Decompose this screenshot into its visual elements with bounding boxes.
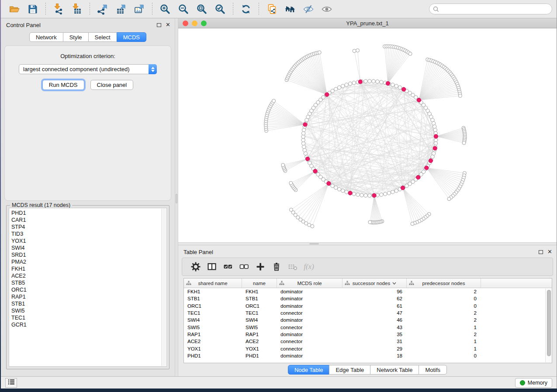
scrollbar-thumb[interactable] — [547, 290, 551, 356]
vertical-splitter[interactable] — [175, 18, 178, 376]
list-item[interactable]: YOX1 — [11, 237, 166, 244]
list-item[interactable]: TID3 — [11, 230, 166, 237]
table-row[interactable]: SWI4SWI4dominator462 — [184, 316, 552, 323]
tab-motifs[interactable]: Motifs — [419, 365, 447, 375]
task-history-button[interactable] — [5, 378, 17, 388]
table-cell: PHD1 — [242, 353, 277, 358]
table-row[interactable]: YOX1YOX1connector291 — [184, 345, 552, 352]
run-mcds-button[interactable]: Run MCDS — [42, 80, 84, 90]
network-window: YPA_prune.txt_1 — [178, 18, 557, 245]
gear-button[interactable] — [189, 260, 202, 273]
zoom-selected-button[interactable] — [212, 2, 228, 17]
float-panel-icon[interactable] — [157, 23, 161, 27]
tab-style[interactable]: Style — [63, 32, 89, 42]
close-panel-icon[interactable]: ✕ — [166, 23, 170, 27]
table-cell: YOX1 — [242, 346, 277, 351]
network-graph[interactable] — [178, 28, 556, 242]
zoom-in-button[interactable] — [157, 2, 173, 17]
list-item[interactable]: SRD1 — [11, 251, 166, 258]
zoom-fit-button[interactable] — [194, 2, 210, 17]
table-row[interactable]: PHD1PHD1dominator180 — [184, 352, 552, 359]
list-item[interactable]: RAP1 — [11, 293, 166, 300]
network-column-icon — [186, 281, 191, 286]
float-panel-icon[interactable] — [539, 250, 543, 254]
column-header-shared-name[interactable]: shared name — [184, 279, 242, 288]
save-button[interactable] — [25, 2, 41, 17]
table-row[interactable]: ORC1ORC1dominator610 — [184, 303, 552, 309]
network-canvas[interactable] — [178, 28, 557, 242]
table-cell: SWI4 — [242, 317, 277, 323]
list-item[interactable]: SWI4 — [11, 244, 166, 251]
select-all-button[interactable] — [221, 260, 235, 273]
delete-button[interactable] — [270, 260, 283, 273]
zoom-out-button[interactable] — [176, 2, 191, 17]
table-cell: 1 — [407, 339, 481, 344]
mcds-list-scrollbar[interactable] — [161, 209, 166, 366]
column-header-MCDS-role[interactable]: MCDS role — [277, 279, 343, 288]
export-network-button[interactable] — [95, 2, 111, 17]
tab-edge-table[interactable]: Edge Table — [329, 365, 370, 375]
table-row[interactable]: ACE2ACE2connector311 — [184, 338, 552, 345]
horizontal-splitter[interactable] — [178, 242, 557, 245]
table-cell: dominator — [277, 353, 343, 358]
list-item[interactable]: STB5 — [11, 279, 166, 286]
close-panel-button[interactable]: Close panel — [90, 80, 134, 90]
tab-select[interactable]: Select — [88, 32, 117, 42]
column-header-predecessor-nodes[interactable]: predecessor nodes — [407, 279, 481, 288]
tab-node-table[interactable]: Node Table — [288, 365, 330, 375]
table-panel-header: Table Panel ✕ — [178, 245, 557, 257]
export-table-icon — [115, 3, 127, 15]
show-all-button[interactable] — [319, 2, 335, 17]
export-image-button[interactable] — [131, 2, 147, 17]
list-item[interactable]: PMA2 — [11, 258, 166, 265]
copy-network-button[interactable] — [264, 2, 280, 17]
list-item[interactable]: ACE2 — [11, 272, 166, 279]
table-row[interactable]: TEC1TEC1connector472 — [184, 309, 552, 316]
network-column-icon — [345, 281, 350, 286]
criterion-dropdown[interactable]: largest connected component (undirected) — [19, 64, 157, 74]
columns-button[interactable] — [205, 260, 218, 273]
mcds-result-items: PHD1CAR1STP4TID3YOX1SWI4SRD1PMA2FKH1ACE2… — [9, 208, 166, 328]
memory-button[interactable]: Memory — [515, 378, 552, 388]
tab-mcds[interactable]: MCDS — [117, 32, 146, 42]
close-panel-icon[interactable]: ✕ — [547, 250, 552, 254]
table-cell: FKH1 — [184, 289, 242, 294]
table-cell: connector — [277, 310, 343, 316]
first-neighbors-button[interactable] — [282, 2, 298, 17]
list-item[interactable]: CAR1 — [11, 217, 166, 224]
import-table-button[interactable] — [69, 2, 85, 17]
tab-network[interactable]: Network — [29, 32, 63, 42]
mcds-result-list[interactable]: PHD1CAR1STP4TID3YOX1SWI4SRD1PMA2FKH1ACE2… — [9, 208, 167, 367]
list-item[interactable]: STB1 — [11, 300, 166, 307]
search-input[interactable] — [439, 6, 548, 12]
list-item[interactable]: PHD1 — [11, 210, 166, 217]
splitter-grip-icon[interactable] — [309, 243, 319, 244]
splitter-grip-icon[interactable] — [176, 194, 177, 203]
table-row[interactable]: SWI5SWI5connector431 — [184, 323, 552, 330]
column-header-successor-nodes[interactable]: successor nodes — [343, 279, 407, 288]
import-network-button[interactable] — [51, 2, 66, 17]
refresh-button[interactable] — [238, 2, 254, 17]
list-item[interactable]: GCR1 — [11, 321, 166, 328]
list-item[interactable]: STP4 — [11, 224, 166, 230]
table-row[interactable]: FKH1FKH1dominator962 — [184, 288, 552, 295]
list-item[interactable]: TEC1 — [11, 314, 166, 321]
export-table-button[interactable] — [113, 2, 129, 17]
list-item[interactable]: SWI5 — [11, 307, 166, 314]
table-row[interactable]: STB1STB1dominator620 — [184, 295, 552, 302]
open-file-icon — [9, 3, 20, 15]
hide-selected-button[interactable] — [301, 2, 316, 17]
column-header-name[interactable]: name — [242, 279, 277, 288]
save-icon — [27, 3, 38, 15]
tab-network-table[interactable]: Network Table — [370, 365, 419, 375]
table-cell: 29 — [343, 346, 407, 351]
column-label: name — [253, 281, 266, 286]
add-button[interactable] — [254, 260, 267, 273]
deselect-all-button[interactable] — [238, 260, 251, 273]
node-table: shared namenameMCDS rolesuccessor nodesp… — [183, 278, 552, 363]
list-item[interactable]: FKH1 — [11, 265, 166, 272]
list-item[interactable]: ORC1 — [11, 286, 166, 293]
open-file-button[interactable] — [7, 2, 22, 17]
table-row[interactable]: RAP1RAP1dominator352 — [184, 331, 552, 338]
table-scrollbar[interactable] — [545, 289, 552, 362]
